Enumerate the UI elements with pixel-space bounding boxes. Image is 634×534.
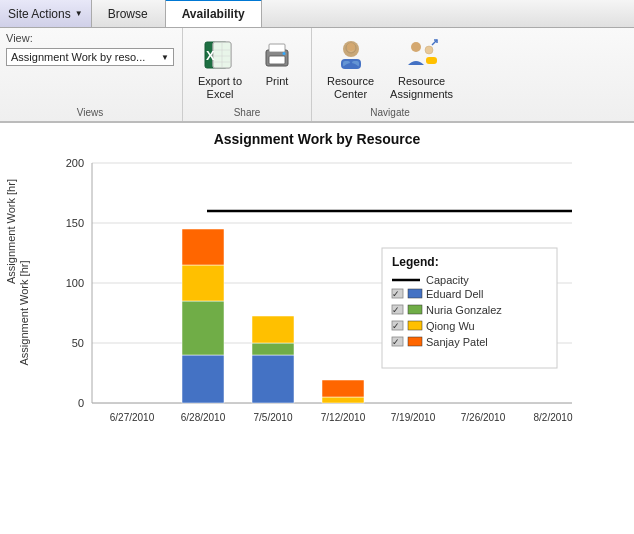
svg-text:150: 150 (66, 217, 84, 229)
svg-text:Capacity: Capacity (426, 274, 469, 286)
svg-rect-9 (269, 56, 285, 64)
bar-628-eduard (182, 355, 224, 403)
svg-rect-57 (408, 321, 422, 330)
svg-point-11 (283, 52, 286, 55)
navigate-group-label: Navigate (320, 104, 460, 121)
bar-75-nuria (252, 343, 294, 355)
svg-text:7/5/2010: 7/5/2010 (254, 412, 293, 423)
svg-text:200: 200 (66, 157, 84, 169)
tab-availability[interactable]: Availability (165, 0, 262, 27)
y-axis-vertical-label: Assignment Work [hr] (5, 274, 17, 284)
export-excel-label: Export toExcel (198, 75, 242, 101)
share-buttons: X Export toExcel Print (191, 28, 303, 104)
chart-area: Assignment Work by Resource Assignment W… (0, 123, 634, 473)
svg-text:8/2/2010: 8/2/2010 (534, 412, 573, 423)
resource-assignments-label: ResourceAssignments (390, 75, 453, 101)
resource-center-label: ResourceCenter (327, 75, 374, 101)
svg-point-19 (411, 42, 421, 52)
svg-text:7/19/2010: 7/19/2010 (391, 412, 436, 423)
svg-text:50: 50 (72, 337, 84, 349)
svg-text:100: 100 (66, 277, 84, 289)
svg-point-20 (425, 46, 433, 54)
chart-title: Assignment Work by Resource (8, 131, 626, 147)
svg-text:Eduard Dell: Eduard Dell (426, 288, 483, 300)
svg-text:✓: ✓ (392, 289, 400, 299)
bar-75-eduard (252, 355, 294, 403)
svg-text:6/27/2010: 6/27/2010 (110, 412, 155, 423)
chart-svg: 0 50 100 150 200 6/27/2010 6/28/2010 (52, 153, 626, 473)
svg-text:✓: ✓ (392, 305, 400, 315)
tab-browse[interactable]: Browse (92, 0, 165, 27)
top-nav: Site Actions ▼ Browse Availability (0, 0, 634, 28)
bar-628-qiong (182, 265, 224, 301)
resource-center-icon (333, 37, 369, 73)
svg-rect-10 (269, 44, 285, 52)
bar-628-nuria (182, 301, 224, 355)
print-label: Print (266, 75, 289, 88)
view-label: View: (6, 32, 174, 44)
resource-center-button[interactable]: ResourceCenter (320, 32, 381, 104)
svg-rect-49 (408, 289, 422, 298)
ribbon-navigate-group: ResourceCenter ResourceAssignments Na (312, 28, 468, 121)
export-excel-icon: X (202, 37, 238, 73)
ribbon: View: Assignment Work by reso... ▼ Views (0, 28, 634, 123)
svg-text:Nuria Gonzalez: Nuria Gonzalez (426, 304, 502, 316)
ribbon-views-group: View: Assignment Work by reso... ▼ Views (0, 28, 183, 121)
svg-text:Sanjay Patel: Sanjay Patel (426, 336, 488, 348)
svg-rect-21 (426, 57, 437, 64)
navigate-buttons: ResourceCenter ResourceAssignments (320, 28, 460, 104)
bar-712-qiong (322, 397, 364, 403)
svg-point-18 (347, 43, 355, 51)
svg-text:Legend:: Legend: (392, 255, 439, 269)
views-group-label: Views (6, 104, 174, 121)
svg-text:X: X (206, 48, 215, 63)
resource-assignments-icon (404, 37, 440, 73)
site-actions-button[interactable]: Site Actions ▼ (0, 0, 92, 27)
print-button[interactable]: Print (251, 32, 303, 91)
resource-assignments-button[interactable]: ResourceAssignments (383, 32, 460, 104)
chart-wrapper: Assignment Work [hr] 0 50 100 150 200 (8, 153, 626, 473)
bar-712-sanjay (322, 380, 364, 397)
site-actions-dropdown-icon: ▼ (75, 9, 83, 18)
bar-75-qiong (252, 316, 294, 343)
svg-text:6/28/2010: 6/28/2010 (181, 412, 226, 423)
svg-text:7/12/2010: 7/12/2010 (321, 412, 366, 423)
bar-628-sanjay (182, 229, 224, 265)
svg-rect-53 (408, 305, 422, 314)
dropdown-arrow-icon: ▼ (161, 53, 169, 62)
svg-text:7/26/2010: 7/26/2010 (461, 412, 506, 423)
print-icon (259, 37, 295, 73)
svg-text:0: 0 (78, 397, 84, 409)
ribbon-share-group: X Export toExcel Print Share (183, 28, 312, 121)
view-dropdown[interactable]: Assignment Work by reso... ▼ (6, 48, 174, 66)
svg-text:✓: ✓ (392, 337, 400, 347)
svg-rect-61 (408, 337, 422, 346)
share-group-label: Share (191, 104, 303, 121)
svg-text:Qiong Wu: Qiong Wu (426, 320, 475, 332)
y-axis-label: Assignment Work [hr] (18, 261, 30, 366)
site-actions-label: Site Actions (8, 7, 71, 21)
export-excel-button[interactable]: X Export toExcel (191, 32, 249, 104)
svg-text:✓: ✓ (392, 321, 400, 331)
